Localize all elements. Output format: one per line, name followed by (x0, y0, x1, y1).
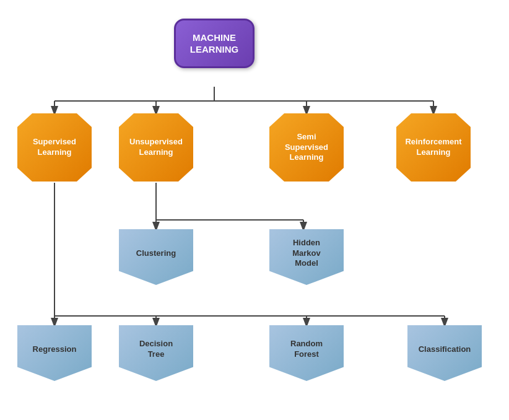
classification-node: Classification (407, 325, 482, 381)
reinforcement-node: Reinforcement Learning (396, 113, 471, 182)
unsupervised-label: Unsupervised Learning (129, 137, 183, 158)
reinforcement-label: Reinforcement Learning (405, 137, 461, 158)
random-forest-node: Random Forest (269, 325, 344, 381)
regression-label: Regression (33, 344, 77, 362)
decision-tree-node: Decision Tree (119, 325, 193, 381)
root-node: MACHINE LEARNING (174, 19, 254, 68)
decision-tree-label: Decision Tree (139, 339, 173, 367)
root-label: MACHINE LEARNING (190, 32, 238, 56)
regression-node: Regression (17, 325, 92, 381)
supervised-node: Supervised Learning (17, 113, 92, 182)
semi-label: Semi Supervised Learning (285, 132, 328, 164)
random-forest-label: Random Forest (290, 339, 323, 367)
unsupervised-node: Unsupervised Learning (119, 113, 193, 182)
clustering-node: Clustering (119, 229, 193, 285)
hmm-label: Hidden Markov Model (292, 238, 321, 277)
classification-label: Classification (419, 344, 471, 362)
hmm-node: Hidden Markov Model (269, 229, 344, 285)
semi-supervised-node: Semi Supervised Learning (269, 113, 344, 182)
supervised-label: Supervised Learning (33, 137, 76, 158)
clustering-label: Clustering (136, 248, 176, 266)
